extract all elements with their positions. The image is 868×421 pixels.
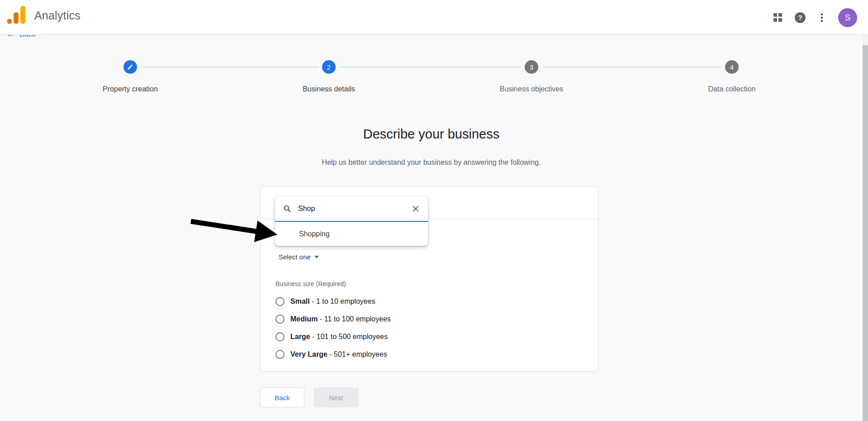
app-header: Analytics ? S [0, 0, 868, 35]
analytics-logo-icon [6, 5, 28, 24]
chevron-down-icon [314, 256, 319, 258]
annotation-arrow [187, 215, 285, 244]
business-size-label: Business size (Required) [275, 280, 346, 287]
stepper-connector-2 [340, 67, 521, 67]
industry-search-popup: Shop Shopping [275, 196, 428, 246]
close-icon [412, 205, 420, 213]
stepper-connector-3 [542, 67, 721, 67]
radio-label: Small - 1 to 10 employees [290, 297, 375, 306]
suggestion-item-shopping[interactable]: Shopping [275, 222, 428, 246]
radio-icon[interactable] [275, 332, 285, 341]
radio-option-small[interactable]: Small - 1 to 10 employees [275, 297, 375, 306]
radio-label: Medium - 11 to 100 employees [290, 315, 391, 323]
header-icon-group: ? S [773, 0, 857, 35]
kebab-menu-icon[interactable] [818, 12, 825, 24]
radio-icon[interactable] [275, 315, 285, 324]
page-subtitle: Help us better understand your business … [0, 158, 863, 167]
search-input[interactable]: Shop [275, 196, 428, 222]
pencil-icon [127, 64, 133, 70]
app-title: Analytics [34, 9, 81, 22]
avatar[interactable]: S [838, 8, 857, 27]
step-4-label: Data collection [664, 85, 800, 93]
scrollbar-thumb[interactable] [863, 45, 868, 421]
radio-option-very-large[interactable]: Very Large - 501+ employees [275, 350, 387, 359]
back-button[interactable]: Back [260, 388, 304, 407]
page-title: Describe your business [0, 127, 863, 142]
step-3-label: Business objectives [464, 85, 599, 93]
select-one-label: Select one [279, 253, 311, 261]
step-2-circle[interactable]: 2 [322, 60, 336, 74]
step-3-circle[interactable]: 3 [525, 60, 538, 74]
radio-option-large[interactable]: Large - 101 to 500 employees [275, 332, 388, 341]
clear-search-button[interactable] [412, 205, 420, 213]
stepper-connector-1 [141, 67, 318, 67]
radio-icon[interactable] [275, 297, 285, 306]
step-2-label: Business details [261, 85, 397, 93]
search-icon [283, 205, 291, 213]
radio-option-medium[interactable]: Medium - 11 to 100 employees [275, 315, 391, 324]
step-1-circle[interactable] [123, 60, 137, 74]
apps-grid-icon[interactable] [773, 13, 782, 22]
help-icon[interactable]: ? [795, 12, 806, 23]
ga-setup-screen: ← Back Analytics ? S 2 3 4 Property crea… [0, 0, 868, 421]
next-button[interactable]: Next [313, 388, 359, 407]
step-1-label: Property creation [62, 85, 198, 93]
select-one-dropdown[interactable]: Select one [279, 253, 319, 261]
radio-label: Large - 101 to 500 employees [290, 333, 388, 341]
radio-icon[interactable] [275, 350, 285, 359]
step-4-circle[interactable]: 4 [725, 60, 739, 74]
radio-label: Very Large - 501+ employees [290, 350, 387, 359]
search-query-text[interactable]: Shop [298, 205, 412, 213]
